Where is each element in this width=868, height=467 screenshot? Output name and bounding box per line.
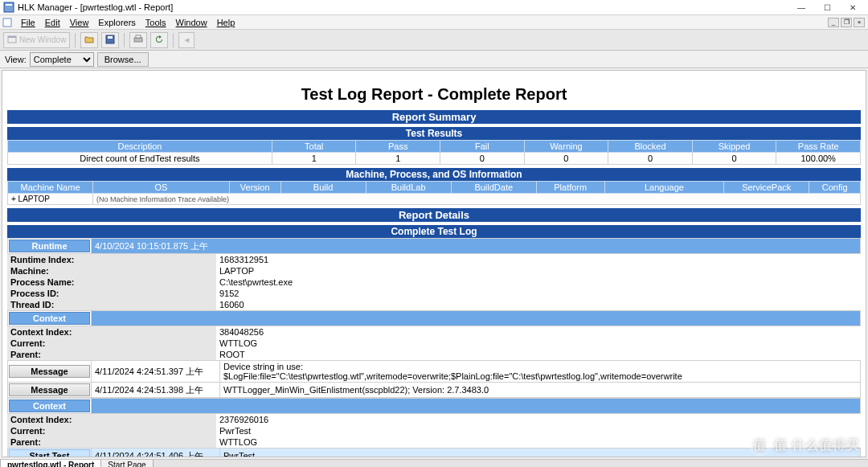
col-builddate: BuildDate bbox=[451, 182, 536, 194]
start-test-ts: 4/11/2024 4:24:51.406 上午 bbox=[92, 449, 220, 458]
machine-expand-toggle[interactable]: + LAPTOP bbox=[8, 194, 93, 205]
context1-header-row: Context bbox=[7, 310, 861, 326]
log-timestamp: 4/11/2024 4:24:51.398 上午 bbox=[92, 383, 220, 398]
message-tag: Message bbox=[9, 383, 90, 396]
printer-icon bbox=[133, 35, 143, 46]
document-icon bbox=[2, 17, 13, 28]
runtime-header-row: Runtime 4/10/2024 10:15:01.875 上午 bbox=[7, 238, 861, 254]
start-test-msg: PwrTest bbox=[220, 449, 861, 458]
col-buildlab: BuildLab bbox=[366, 182, 451, 194]
col-description: Description bbox=[8, 141, 272, 153]
report-title: Test Log Report - Complete Report bbox=[7, 85, 861, 104]
mdi-minimize-button[interactable]: _ bbox=[828, 18, 839, 27]
app-icon bbox=[3, 2, 14, 13]
runtime-tag: Runtime bbox=[9, 240, 90, 252]
toolbar-save-button[interactable] bbox=[101, 32, 119, 48]
toolbar: New Window ◄ bbox=[0, 30, 868, 51]
col-language: Language bbox=[604, 182, 724, 194]
toolbar-open-button[interactable] bbox=[80, 32, 98, 48]
menu-window[interactable]: Window bbox=[171, 17, 212, 28]
col-fail: Fail bbox=[440, 141, 525, 153]
report-summary-banner: Report Summary bbox=[7, 110, 861, 124]
table-row: Direct count of EndTest results 1 1 0 0 … bbox=[8, 153, 861, 165]
view-bar: View: Complete Browse... bbox=[0, 51, 868, 68]
menu-tools[interactable]: Tools bbox=[141, 17, 171, 28]
window-maximize-button[interactable]: ☐ bbox=[817, 1, 837, 14]
col-machinename: Machine Name bbox=[8, 182, 93, 194]
svg-rect-2 bbox=[3, 18, 11, 27]
complete-log-banner: Complete Test Log bbox=[7, 225, 861, 238]
col-skipped: Skipped bbox=[692, 141, 776, 153]
svg-rect-0 bbox=[4, 2, 14, 12]
test-results-banner: Test Results bbox=[7, 127, 861, 140]
col-pass: Pass bbox=[356, 141, 440, 153]
svg-rect-6 bbox=[108, 36, 113, 39]
svg-rect-7 bbox=[134, 38, 142, 42]
tab-report[interactable]: pwrtestlog.wtl - Report bbox=[0, 460, 101, 467]
svg-rect-4 bbox=[8, 36, 16, 38]
folder-open-icon bbox=[84, 35, 94, 46]
col-config: Config bbox=[809, 182, 861, 194]
log-block-1: Message4/11/2024 4:24:51.397 上午Device st… bbox=[7, 360, 861, 398]
svg-rect-1 bbox=[6, 4, 12, 6]
machine-table: Machine Name OS Version Build BuildLab B… bbox=[7, 181, 861, 205]
tab-strip: pwrtestlog.wtl - Report Start Page bbox=[0, 459, 868, 467]
col-os: OS bbox=[93, 182, 230, 194]
context-tag: Context bbox=[9, 312, 90, 325]
svg-rect-8 bbox=[136, 35, 141, 38]
details-banner: Report Details bbox=[7, 208, 861, 222]
col-warning: Warning bbox=[524, 141, 608, 153]
mdi-close-button[interactable]: × bbox=[854, 18, 865, 27]
test-results-table: Description Total Pass Fail Warning Bloc… bbox=[7, 140, 861, 165]
arrow-left-icon: ◄ bbox=[182, 35, 190, 44]
context1-kv: Context Index:384048256 Current:WTTLOG P… bbox=[7, 326, 861, 360]
view-label: View: bbox=[5, 55, 27, 64]
col-version: Version bbox=[229, 182, 280, 194]
log-message: Device string in use: $LogFile:file="C:\… bbox=[220, 361, 861, 383]
context2-kv: Context Index:2376926016 Current:PwrTest… bbox=[7, 414, 861, 448]
window-titlebar: HLK Manager - [pwrtestlog.wtl - Report] … bbox=[0, 0, 868, 15]
col-blocked: Blocked bbox=[608, 141, 693, 153]
tab-start-page[interactable]: Start Page bbox=[100, 460, 153, 467]
view-select[interactable]: Complete bbox=[30, 52, 94, 67]
menu-edit[interactable]: Edit bbox=[40, 17, 65, 28]
toolbar-refresh-button[interactable] bbox=[150, 32, 168, 48]
log-message: WTTLogger_MinWin_GitEnlistment(sscpbld22… bbox=[220, 383, 861, 398]
context-tag: Context bbox=[9, 399, 90, 412]
menu-file[interactable]: File bbox=[16, 17, 40, 28]
window-close-button[interactable]: ✕ bbox=[842, 1, 863, 14]
machine-note: (No Machine Information Trace Available) bbox=[93, 194, 861, 205]
browse-button[interactable]: Browse... bbox=[97, 52, 149, 67]
save-icon bbox=[105, 35, 115, 46]
col-platform: Platform bbox=[536, 182, 604, 194]
refresh-icon bbox=[154, 35, 164, 46]
menu-view[interactable]: View bbox=[65, 17, 94, 28]
window-title: HLK Manager - [pwrtestlog.wtl - Report] bbox=[18, 2, 791, 12]
new-window-icon bbox=[7, 35, 17, 46]
window-minimize-button[interactable]: — bbox=[791, 1, 812, 14]
report-body: Test Log Report - Complete Report Report… bbox=[2, 71, 866, 457]
col-servicepack: ServicePack bbox=[724, 182, 809, 194]
table-row: + LAPTOP (No Machine Information Trace A… bbox=[8, 194, 861, 205]
start-test-tag: Start Test bbox=[9, 449, 90, 457]
mdi-restore-button[interactable]: ❐ bbox=[841, 18, 852, 27]
menu-help[interactable]: Help bbox=[212, 17, 240, 28]
start-test-row: Start Test 4/11/2024 4:24:51.406 上午 PwrT… bbox=[7, 448, 861, 457]
message-tag: Message bbox=[9, 365, 90, 378]
log-row: Message4/11/2024 4:24:51.397 上午Device st… bbox=[8, 361, 861, 383]
report-scroll-area[interactable]: Test Log Report - Complete Report Report… bbox=[2, 70, 866, 457]
col-total: Total bbox=[272, 141, 356, 153]
log-row: Message4/11/2024 4:24:51.398 上午WTTLogger… bbox=[8, 383, 861, 398]
toolbar-print-button[interactable] bbox=[129, 32, 147, 48]
new-window-button[interactable]: New Window bbox=[3, 32, 70, 48]
context2-header-row: Context bbox=[7, 398, 861, 414]
machine-banner: Machine, Process, and OS Information bbox=[7, 168, 861, 181]
menubar: File Edit View Explorers Tools Window He… bbox=[0, 15, 868, 30]
toolbar-back-button[interactable]: ◄ bbox=[178, 32, 194, 48]
col-passrate: Pass Rate bbox=[776, 141, 861, 153]
menu-explorers[interactable]: Explorers bbox=[93, 17, 140, 28]
runtime-kv: Runtime Index:1683312951 Machine:LAPTOP … bbox=[7, 254, 861, 310]
col-build: Build bbox=[280, 182, 366, 194]
runtime-timestamp: 4/10/2024 10:15:01.875 上午 bbox=[92, 239, 861, 254]
log-timestamp: 4/11/2024 4:24:51.397 上午 bbox=[92, 361, 220, 383]
